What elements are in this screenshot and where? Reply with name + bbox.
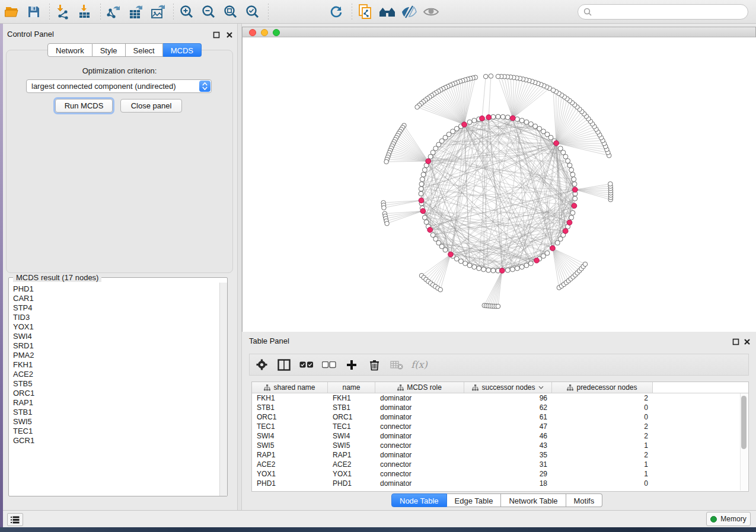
export-image-button[interactable] [148, 2, 168, 21]
column-header-shared-name[interactable]: shared name [252, 382, 328, 393]
close-panel-button[interactable]: Close panel [120, 99, 182, 113]
network-canvas[interactable] [242, 37, 756, 332]
control-panel-title: Control Panel [7, 30, 54, 39]
scrollbar-thumb[interactable] [741, 396, 747, 449]
mcds-result-item[interactable]: STP4 [9, 303, 219, 313]
table-row[interactable]: RAP1RAP1dominator352 [252, 450, 748, 460]
show-column-panel-button[interactable] [277, 358, 291, 372]
zoom-selected-button[interactable] [243, 2, 263, 21]
network-window-titlebar[interactable]: YPA_prune.txt_1 [242, 27, 756, 37]
mcds-result-item[interactable]: FKH1 [9, 360, 219, 370]
mcds-result-item[interactable]: YOX1 [9, 322, 219, 332]
tab-network[interactable]: Network [47, 43, 92, 57]
function-builder-button[interactable]: f(x) [412, 358, 426, 372]
export-table-icon [128, 4, 144, 20]
search-icon [583, 8, 592, 16]
memory-button[interactable]: Memory [706, 512, 751, 526]
table-panel-float-button[interactable] [732, 337, 739, 348]
toolbar-separator [100, 4, 101, 20]
tab-motifs[interactable]: Motifs [566, 493, 603, 507]
zoom-fit-button[interactable] [221, 2, 241, 21]
mcds-result-item[interactable]: CAR1 [9, 294, 219, 303]
hide-selected-button[interactable] [399, 2, 419, 21]
table-row[interactable]: ORC1ORC1dominator610 [252, 412, 748, 422]
window-zoom-traffic-light[interactable] [273, 29, 280, 36]
run-mcds-button[interactable]: Run MCDS [55, 99, 113, 113]
mcds-result-item[interactable]: SRD1 [9, 341, 219, 351]
tab-mcds[interactable]: MCDS [163, 43, 202, 57]
save-session-button[interactable] [24, 2, 44, 21]
first-neighbors-button[interactable] [377, 2, 397, 21]
select-all-columns-button[interactable] [299, 358, 314, 372]
show-all-button[interactable] [421, 2, 441, 21]
mcds-result-item[interactable]: ACE2 [9, 370, 219, 379]
table-vertical-scrollbar[interactable] [740, 393, 748, 491]
mcds-result-item[interactable]: STB1 [9, 408, 219, 417]
import-table-button[interactable] [75, 2, 95, 21]
eye-icon [423, 5, 439, 18]
control-panel-float-button[interactable] [213, 30, 220, 41]
cell-name: PHD1 [328, 479, 375, 488]
table-panel-close-button[interactable] [744, 337, 751, 348]
zoom-out-button[interactable] [199, 2, 219, 21]
table-row[interactable]: FKH1FKH1dominator962 [252, 393, 748, 403]
mcds-result-item[interactable]: TEC1 [9, 427, 219, 436]
tab-select[interactable]: Select [126, 43, 163, 57]
window-close-traffic-light[interactable] [249, 29, 256, 36]
create-column-button[interactable] [344, 358, 359, 372]
refresh-view-button[interactable] [326, 2, 346, 21]
delete-table-button[interactable] [390, 358, 404, 372]
zoom-in-button[interactable] [177, 2, 197, 21]
status-bar [0, 510, 756, 527]
column-header-MCDS-role[interactable]: MCDS role [375, 382, 464, 393]
mcds-result-item[interactable]: SWI5 [9, 417, 219, 427]
unchecked-boxes-icon [322, 361, 336, 368]
tab-network-table[interactable]: Network Table [501, 493, 566, 507]
tab-style[interactable]: Style [92, 43, 126, 57]
table-toolbar: f(x) [249, 354, 749, 376]
table-row[interactable]: SWI4SWI4dominator462 [252, 431, 748, 441]
criterion-dropdown[interactable]: largest connected component (undirected) [26, 79, 212, 93]
table-row[interactable]: YOX1YOX1connector291 [252, 469, 748, 479]
delete-column-button[interactable] [367, 358, 381, 372]
gear-icon [256, 359, 267, 370]
table-row[interactable]: SWI5SWI5connector431 [252, 441, 748, 450]
column-header-successor-nodes[interactable]: successor nodes [464, 382, 552, 393]
control-panel-close-button[interactable] [226, 30, 233, 41]
search-input[interactable] [595, 7, 742, 17]
mcds-result-item[interactable]: GCR1 [9, 436, 219, 446]
task-history-button[interactable] [7, 513, 23, 526]
unselect-all-columns-button[interactable] [322, 358, 336, 372]
mcds-result-item[interactable]: RAP1 [9, 398, 219, 408]
table-settings-button[interactable] [254, 358, 269, 372]
search-field[interactable] [578, 4, 748, 20]
column-header-name[interactable]: name [328, 382, 375, 393]
cell-shared-name: ACE2 [252, 460, 328, 469]
mcds-result-item[interactable]: STB5 [9, 379, 219, 389]
mcds-result-item[interactable]: PMA2 [9, 351, 219, 360]
mcds-result-item[interactable]: ORC1 [9, 389, 219, 398]
panel-splitter[interactable] [237, 24, 242, 527]
mcds-result-list[interactable]: PHD1CAR1STP4TID3YOX1SWI4SRD1PMA2FKH1ACE2… [9, 284, 219, 495]
tab-edge-table[interactable]: Edge Table [447, 493, 502, 507]
column-header-predecessor-nodes[interactable]: predecessor nodes [552, 382, 653, 393]
cell-successor-nodes: 62 [464, 403, 552, 412]
table-row[interactable]: STB1STB1dominator620 [252, 403, 748, 412]
mcds-list-scrollbar[interactable] [219, 283, 227, 496]
table-row[interactable]: PHD1PHD1dominator180 [252, 479, 748, 488]
mcds-result-item[interactable]: PHD1 [9, 284, 219, 294]
import-network-button[interactable] [53, 2, 73, 21]
window-minimize-traffic-light[interactable] [261, 29, 268, 36]
table-row[interactable]: TEC1TEC1connector472 [252, 422, 748, 431]
open-file-button[interactable] [2, 2, 22, 21]
application-window: Control Panel NetworkStyleSelectMCDS Opt… [0, 0, 756, 532]
column-header-label: predecessor nodes [576, 383, 637, 392]
mcds-result-item[interactable]: TID3 [9, 313, 219, 322]
columns-icon [277, 359, 291, 371]
table-row[interactable]: ACE2ACE2connector311 [252, 460, 748, 469]
clone-network-button[interactable] [355, 2, 375, 21]
tab-node-table[interactable]: Node Table [391, 493, 447, 507]
mcds-result-item[interactable]: SWI4 [9, 332, 219, 341]
export-network-button[interactable] [104, 2, 124, 21]
export-table-button[interactable] [126, 2, 146, 21]
